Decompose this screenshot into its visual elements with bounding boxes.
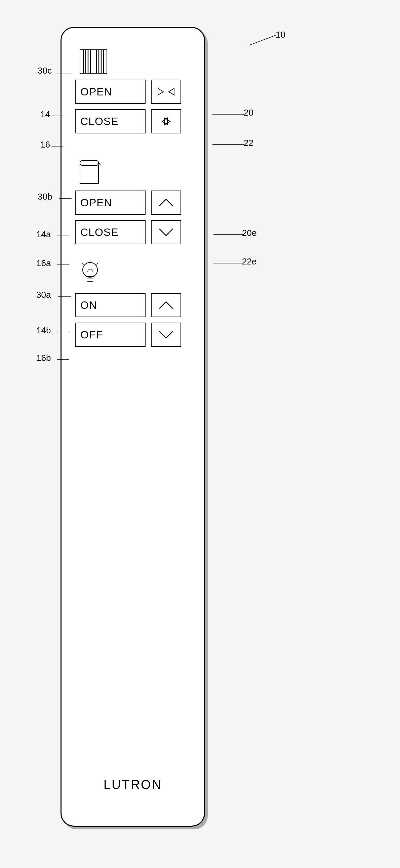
ref-22e: 22e [242, 256, 256, 267]
svg-rect-1 [80, 50, 107, 73]
shade-open-icon-button[interactable] [151, 190, 181, 215]
light-up-icon [156, 298, 176, 312]
page-container: 10 [0, 0, 400, 868]
ref-30c: 30c [38, 65, 52, 76]
svg-marker-11 [169, 88, 174, 95]
light-on-row: ON [75, 293, 191, 317]
light-down-icon [156, 327, 176, 342]
light-on-button[interactable]: ON [75, 293, 146, 317]
chevron-up-icon [156, 195, 176, 210]
curtain-icon-area [75, 48, 191, 75]
ref-14a: 14a [36, 229, 51, 240]
brand-label: LUTRON [103, 778, 162, 792]
svg-rect-14 [80, 165, 98, 184]
shade-icon [78, 159, 102, 186]
light-off-button[interactable]: OFF [75, 322, 146, 347]
shade-close-icon-button[interactable] [151, 220, 181, 244]
light-on-icon-button[interactable] [151, 293, 181, 317]
curtain-open-icon-button[interactable] [151, 80, 181, 104]
double-arrow-in-icon [156, 115, 176, 128]
shade-close-button[interactable]: CLOSE [75, 220, 146, 244]
ref-14b: 14b [36, 325, 51, 336]
shade-close-row: CLOSE [75, 220, 191, 244]
svg-line-24 [96, 263, 98, 265]
shade-open-button[interactable]: OPEN [75, 190, 146, 215]
svg-line-0 [249, 35, 276, 45]
ref-16a: 16a [36, 258, 51, 269]
curtain-close-icon-button[interactable] [151, 109, 181, 133]
ref-14: 14 [40, 109, 50, 120]
ref-20e: 20e [242, 228, 256, 238]
ref-16: 16 [40, 140, 50, 150]
curtain-open-row: OPEN [75, 80, 191, 104]
remote-device: OPEN CLOSE [61, 27, 205, 827]
chevron-down-icon [156, 225, 176, 240]
ref-16b: 16b [36, 353, 51, 363]
ref-30b: 30b [38, 191, 52, 202]
svg-rect-15 [80, 161, 98, 165]
light-icon-area [75, 260, 191, 288]
curtain-icon [78, 48, 109, 75]
curtain-close-row: CLOSE [75, 109, 191, 133]
curtain-close-button[interactable]: CLOSE [75, 109, 146, 133]
curtain-section: OPEN CLOSE [75, 48, 191, 139]
shade-open-row: OPEN [75, 190, 191, 215]
svg-line-23 [82, 263, 84, 265]
shade-icon-area [75, 159, 191, 186]
ref-30a: 30a [36, 290, 51, 300]
curtain-open-button[interactable]: OPEN [75, 80, 146, 104]
light-off-icon-button[interactable] [151, 322, 181, 347]
light-section: ON OFF [75, 260, 191, 352]
bulb-icon [78, 260, 102, 288]
svg-marker-10 [158, 88, 163, 95]
double-arrow-out-icon [156, 85, 176, 98]
light-off-row: OFF [75, 322, 191, 347]
shade-section: OPEN CLOSE [75, 159, 191, 250]
